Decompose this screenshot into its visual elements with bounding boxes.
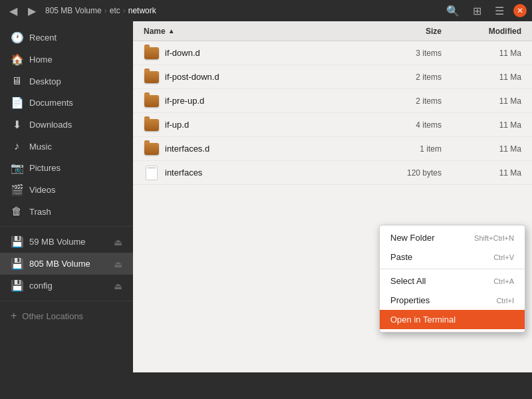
folder-icon-2 [144,94,160,108]
folder-icon-3 [144,118,160,132]
sidebar-item-downloads[interactable]: ⬇ Downloads [0,114,133,136]
back-button[interactable]: ◀ [5,3,21,19]
sidebar-item-videos[interactable]: 🎬 Videos [0,179,133,201]
sidebar-item-pictures[interactable]: 📷 Pictures [0,157,133,179]
context-menu-properties[interactable]: Properties Ctrl+I [380,291,525,310]
path-sep-2: › [123,6,126,15]
table-row[interactable]: if-pre-up.d 2 items 11 Ma [133,89,532,113]
taskbar [0,372,532,399]
context-menu-new-folder-shortcut: Shift+Ctrl+N [474,234,514,242]
sidebar-item-vol2[interactable]: 💾 805 MB Volume ⏏ [0,253,133,275]
context-menu-select-all[interactable]: Select All Ctrl+A [380,271,525,291]
main-layout: 🕐 Recent 🏠 Home 🖥 Desktop 📄 Documents ⬇ … [0,21,532,372]
context-menu-new-folder[interactable]: New Folder Shift+Ctrl+N [380,228,525,247]
file-modified-3: 11 Ma [442,120,521,130]
sidebar-item-label-documents: Documents [29,98,73,108]
sidebar-item-label-downloads: Downloads [29,120,72,130]
folder-icon-4 [144,142,160,156]
file-name-2: if-pre-up.d [165,96,375,106]
sidebar-item-label-trash: Trash [29,207,51,217]
search-button[interactable]: 🔍 [442,3,464,19]
table-row[interactable]: if-down.d 3 items 11 Ma [133,41,532,65]
context-menu-paste-label: Paste [390,252,412,262]
table-row[interactable]: if-post-down.d 2 items 11 Ma [133,65,532,89]
home-icon: 🏠 [11,53,23,66]
sort-arrow-icon: ▲ [168,27,175,35]
path-part-0: 805 MB Volume [45,6,102,15]
file-size-4: 1 item [375,144,442,154]
column-headers: Name ▲ Size Modified [133,21,532,41]
sidebar-item-label-other: Other Locations [22,311,83,321]
documents-icon: 📄 [11,96,23,109]
sidebar-divider-1 [0,226,133,227]
nav-buttons: ◀ ▶ [5,3,40,19]
file-size-1: 2 items [375,72,442,82]
sidebar-item-label-vol1: 59 MB Volume [29,237,86,247]
drive-icon-2: 💾 [11,257,23,270]
sidebar-item-label-desktop: Desktop [29,76,61,86]
context-menu-properties-shortcut: Ctrl+I [496,297,514,305]
sidebar: 🕐 Recent 🏠 Home 🖥 Desktop 📄 Documents ⬇ … [0,21,133,372]
context-menu-paste-shortcut: Ctrl+V [493,253,514,261]
folder-icon-1 [144,70,160,84]
col-header-size[interactable]: Size [375,27,442,36]
context-menu-paste[interactable]: Paste Ctrl+V [380,247,525,267]
sidebar-divider-2 [0,301,133,301]
context-menu-open-terminal[interactable]: Open in Terminal [380,310,525,329]
sidebar-item-label-config: config [29,281,53,291]
col-header-modified[interactable]: Modified [442,27,521,36]
drive-icon-1: 💾 [11,235,23,248]
forward-button[interactable]: ▶ [24,3,40,19]
context-menu-open-terminal-label: Open in Terminal [390,315,456,325]
sidebar-item-label-vol2: 805 MB Volume [29,259,90,269]
sidebar-item-config[interactable]: 💾 config ⏏ [0,275,133,297]
folder-icon-0 [144,46,160,61]
path-sep-1: › [104,6,107,15]
table-row[interactable]: interfaces 120 bytes 11 Ma [133,161,532,185]
col-header-name[interactable]: Name ▲ [144,27,375,36]
sidebar-item-home[interactable]: 🏠 Home [0,49,133,70]
view-toggle-button[interactable]: ⊞ [469,3,485,19]
eject-icon-config[interactable]: ⏏ [114,281,122,291]
desktop-icon: 🖥 [11,75,23,87]
recent-icon: 🕐 [11,31,23,44]
music-icon: ♪ [11,140,23,152]
sidebar-item-desktop[interactable]: 🖥 Desktop [0,70,133,92]
context-menu: New Folder Shift+Ctrl+N Paste Ctrl+V Sel… [379,225,525,332]
sidebar-item-label-music: Music [29,142,52,152]
sidebar-item-vol1[interactable]: 💾 59 MB Volume ⏏ [0,231,133,253]
file-modified-1: 11 Ma [442,72,521,82]
table-row[interactable]: if-up.d 4 items 11 Ma [133,113,532,137]
sidebar-item-trash[interactable]: 🗑 Trash [0,201,133,222]
sidebar-item-documents[interactable]: 📄 Documents [0,92,133,114]
plus-icon: + [11,310,17,322]
sidebar-item-music[interactable]: ♪ Music [0,136,133,157]
file-name-5: interfaces [165,168,375,178]
sidebar-item-label-recent: Recent [29,33,57,43]
titlebar: ◀ ▶ 805 MB Volume › etc › network 🔍 ⊞ ☰ … [0,0,532,21]
eject-icon-1[interactable]: ⏏ [114,237,122,247]
path-part-1: etc [110,6,120,15]
titlebar-right: 🔍 ⊞ ☰ ✕ [442,3,527,19]
downloads-icon: ⬇ [11,118,23,131]
file-name-0: if-down.d [165,48,375,58]
file-icon-5 [144,166,160,180]
file-name-4: interfaces.d [165,144,375,154]
sidebar-item-label-home: Home [29,55,53,65]
file-modified-2: 11 Ma [442,96,521,106]
eject-icon-2[interactable]: ⏏ [114,259,122,269]
close-button[interactable]: ✕ [513,4,527,17]
context-menu-select-all-label: Select All [390,276,426,286]
table-row[interactable]: interfaces.d 1 item 11 Ma [133,137,532,161]
menu-button[interactable]: ☰ [491,3,508,19]
sidebar-item-label-videos: Videos [29,185,56,195]
path-breadcrumb: 805 MB Volume › etc › network [45,6,156,15]
sidebar-item-other-locations[interactable]: + Other Locations [0,305,133,327]
config-icon: 💾 [11,279,23,292]
context-menu-new-folder-label: New Folder [390,233,434,243]
sidebar-item-recent[interactable]: 🕐 Recent [0,27,133,49]
file-size-0: 3 items [375,49,442,58]
file-size-3: 4 items [375,120,442,130]
file-size-2: 2 items [375,96,442,106]
context-menu-select-all-shortcut: Ctrl+A [493,277,514,285]
